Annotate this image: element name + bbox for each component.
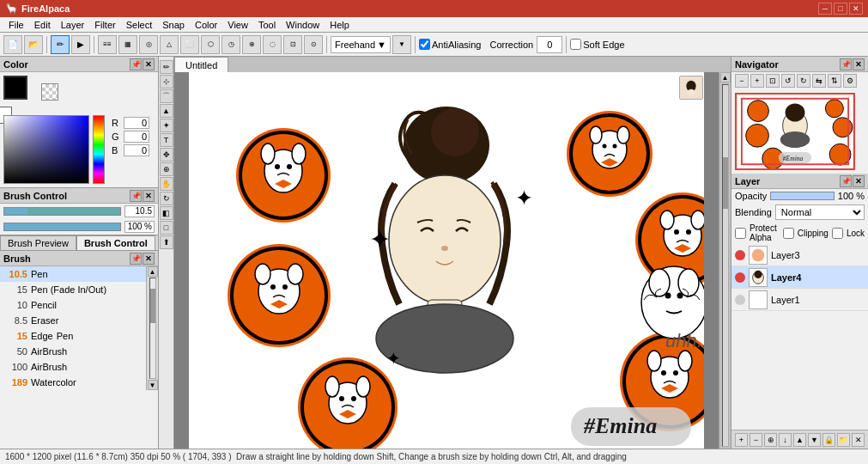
brush-type-3[interactable]: ◎: [139, 35, 158, 54]
layer-panel-pin[interactable]: 📌: [840, 175, 852, 187]
brush-item-pen-fade[interactable]: 15 Pen (Fade In/Out): [0, 282, 146, 297]
opacity-slider[interactable]: [770, 192, 835, 200]
menu-color[interactable]: Color: [190, 17, 222, 33]
menu-snap[interactable]: Snap: [157, 17, 190, 33]
antialias-checkbox[interactable]: AntiAliasing: [419, 39, 481, 50]
cursor-type[interactable]: ⊙: [304, 35, 323, 54]
minimize-button[interactable]: ─: [818, 3, 832, 15]
tool-text[interactable]: T: [160, 133, 173, 147]
brush-opacity-slider[interactable]: [3, 223, 121, 231]
blending-select[interactable]: Normal Multiply Screen Overlay: [775, 205, 865, 220]
brush-list-close[interactable]: ✕: [143, 253, 155, 265]
nav-rotate-left[interactable]: ↺: [781, 74, 795, 88]
close-button[interactable]: ✕: [849, 3, 863, 15]
layer-panel-close[interactable]: ✕: [853, 175, 865, 187]
canvas-tab-untitled[interactable]: Untitled: [174, 57, 228, 72]
layer1-visibility[interactable]: [735, 295, 745, 305]
brush-item-pen[interactable]: 10.5 Pen: [0, 266, 146, 282]
tool-rotate[interactable]: ↻: [160, 192, 173, 205]
brush-type-10[interactable]: ⊡: [283, 35, 302, 54]
correction-input[interactable]: [537, 36, 562, 53]
brush-type-1[interactable]: ≡≡: [98, 35, 117, 54]
navigator-thumb[interactable]: #Emina: [735, 93, 855, 170]
menu-select[interactable]: Select: [121, 17, 158, 33]
nav-zoom-out[interactable]: −: [735, 74, 749, 88]
layer-up-button[interactable]: ▲: [793, 433, 806, 447]
nav-fit[interactable]: ⊡: [766, 74, 780, 88]
brush-scroll-up[interactable]: ▲: [148, 266, 158, 277]
brush-type-5[interactable]: ⬜: [180, 35, 199, 54]
nav-zoom-in[interactable]: +: [750, 74, 764, 88]
brush-scroll-down[interactable]: ▼: [148, 380, 158, 390]
brush-item-edge-pen[interactable]: 15 Edge Pen: [0, 328, 146, 344]
brush-item-eraser[interactable]: 8.5 Eraser: [0, 313, 146, 328]
menu-layer[interactable]: Layer: [56, 17, 90, 33]
layer-folder-button[interactable]: 📁: [837, 433, 850, 447]
menu-tool[interactable]: Tool: [253, 17, 281, 33]
layer-item-layer1[interactable]: Layer1: [731, 289, 868, 311]
play-button[interactable]: ▶: [71, 35, 90, 54]
vscroll-up-arrow[interactable]: ▲: [720, 72, 731, 82]
tool-shape[interactable]: □: [160, 221, 173, 235]
transparent-swatch[interactable]: [41, 83, 58, 101]
menu-view[interactable]: View: [222, 17, 253, 33]
canvas-vscroll[interactable]: ▲ ▼: [719, 72, 731, 449]
menu-file[interactable]: File: [3, 17, 29, 33]
tool-gradient[interactable]: ◧: [160, 206, 173, 220]
vscroll-track[interactable]: [722, 84, 729, 447]
brush-type-2[interactable]: ▦: [118, 35, 137, 54]
b-input[interactable]: [124, 144, 149, 156]
menu-help[interactable]: Help: [325, 17, 355, 33]
layer-duplicate-button[interactable]: ⊕: [764, 433, 777, 447]
tab-brush-preview[interactable]: Brush Preview: [0, 235, 76, 250]
layer-down-button[interactable]: ▼: [808, 433, 821, 447]
layer-item-layer3[interactable]: Layer3: [731, 244, 868, 266]
menu-window[interactable]: Window: [281, 17, 325, 33]
brush-item-airbrush-1[interactable]: 50 AirBrush: [0, 344, 146, 359]
brush-item-watercolor[interactable]: 189 Watercolor: [0, 375, 146, 390]
color-panel-pin[interactable]: 📌: [130, 58, 142, 70]
tool-eyedrop[interactable]: ✦: [160, 119, 173, 132]
tool-select[interactable]: ⊹: [160, 75, 173, 89]
foreground-color-swatch[interactable]: [3, 76, 27, 100]
maximize-button[interactable]: □: [834, 3, 847, 15]
nav-setting[interactable]: ⚙: [843, 74, 857, 88]
nav-flip-v[interactable]: ⇅: [828, 74, 841, 88]
soft-edge-checkbox[interactable]: Soft Edge: [570, 39, 624, 50]
lock-checkbox[interactable]: [832, 228, 843, 239]
freehand-setting-button[interactable]: ▼: [392, 35, 411, 54]
layer-delete-button[interactable]: −: [750, 433, 762, 447]
menu-filter[interactable]: Filter: [89, 17, 120, 33]
brush-control-close[interactable]: ✕: [143, 190, 155, 202]
layer3-visibility[interactable]: [735, 250, 745, 260]
tool-zoom[interactable]: ⊕: [160, 162, 173, 176]
vscroll-thumb[interactable]: [723, 157, 728, 209]
layer-add-button[interactable]: +: [735, 433, 748, 447]
nav-flip-h[interactable]: ⇆: [812, 74, 826, 88]
layer4-visibility[interactable]: [735, 272, 745, 283]
brush-type-6[interactable]: ⬡: [201, 35, 220, 54]
open-file-button[interactable]: 📂: [24, 35, 43, 54]
brush-type-7[interactable]: ◷: [222, 35, 240, 54]
tool-move[interactable]: ✥: [160, 148, 173, 162]
protect-alpha-checkbox[interactable]: [735, 228, 746, 239]
brush-item-airbrush-2[interactable]: 100 AirBrush: [0, 359, 146, 375]
g-input[interactable]: [124, 131, 149, 143]
color-hue-bar[interactable]: [93, 115, 105, 184]
new-file-button[interactable]: 📄: [3, 35, 22, 54]
brush-type-8[interactable]: ⊕: [242, 35, 261, 54]
brush-item-pencil[interactable]: 10 Pencil: [0, 297, 146, 313]
tool-hand[interactable]: ✋: [160, 177, 173, 191]
brush-control-pin[interactable]: 📌: [130, 190, 142, 202]
layer-item-layer4[interactable]: Layer4: [731, 266, 868, 289]
brush-tool-button[interactable]: ✏: [51, 35, 70, 54]
freehand-dropdown[interactable]: Freehand ▼: [331, 36, 391, 53]
tool-fill[interactable]: ▲: [160, 104, 173, 118]
clipping-checkbox[interactable]: [783, 228, 794, 239]
navigator-pin[interactable]: 📌: [840, 58, 852, 70]
brush-size-slider[interactable]: [3, 207, 121, 216]
navigator-close[interactable]: ✕: [853, 58, 865, 70]
brush-list-pin[interactable]: 📌: [130, 253, 142, 265]
nav-rotate-right[interactable]: ↻: [797, 74, 810, 88]
menu-edit[interactable]: Edit: [29, 17, 56, 33]
